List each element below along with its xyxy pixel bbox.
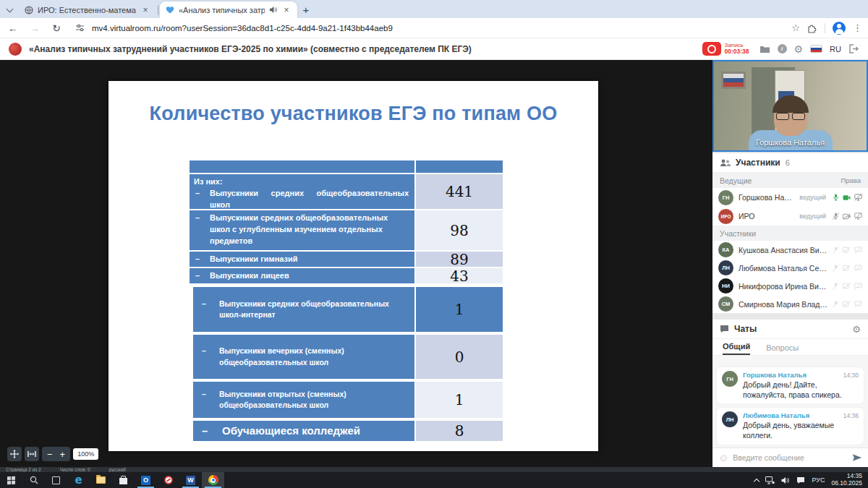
- mic-off-icon[interactable]: [833, 265, 839, 272]
- zoom-in-button[interactable]: +: [60, 449, 66, 460]
- extensions-icon[interactable]: [807, 23, 817, 33]
- taskbar: e O W РУС 14:35 06.10.2025: [0, 472, 868, 488]
- screen-share-off-icon[interactable]: [854, 301, 862, 308]
- background-flag: [721, 72, 746, 89]
- webinar-title: «Анализ типичных затруднений участников …: [29, 44, 695, 54]
- browser-menu-icon[interactable]: ⋮: [853, 22, 862, 33]
- table-row: –Обучающиеся колледжей 8: [193, 421, 503, 441]
- screen-share-off-icon[interactable]: [854, 247, 862, 254]
- rights-label[interactable]: Права: [841, 176, 861, 184]
- row-value: 1: [416, 287, 503, 332]
- record-icon: [702, 42, 721, 56]
- mic-on-icon[interactable]: [833, 194, 839, 201]
- exit-button[interactable]: [848, 44, 859, 53]
- chrome-icon: [208, 475, 218, 485]
- emoji-icon[interactable]: ☺: [718, 452, 728, 463]
- screen-share-off-icon[interactable]: [854, 213, 862, 220]
- close-icon[interactable]: ×: [140, 5, 150, 15]
- main-area: Количество участников ЕГЭ по типам ОО Из…: [0, 60, 868, 467]
- task-view-icon: [52, 476, 60, 484]
- info-icon: i: [778, 44, 787, 53]
- russian-flag-icon[interactable]: [810, 45, 822, 53]
- zoom-out-button[interactable]: −: [47, 449, 53, 460]
- camera-on-icon[interactable]: [843, 194, 851, 201]
- new-tab-button[interactable]: +: [297, 1, 315, 18]
- pan-button[interactable]: [7, 447, 22, 461]
- back-button[interactable]: ←: [6, 22, 20, 34]
- chat-tab-questions[interactable]: Вопросы: [766, 343, 799, 355]
- message-input[interactable]: [733, 453, 848, 462]
- participants-count: 6: [786, 158, 790, 167]
- camera-off-icon[interactable]: [843, 213, 851, 220]
- reload-button[interactable]: ↻: [49, 22, 64, 34]
- participant-row[interactable]: КА Кушкова Анастасия Викторовна: [712, 241, 868, 259]
- close-icon[interactable]: ×: [281, 5, 292, 15]
- tab-search-button[interactable]: [0, 2, 19, 18]
- participant-row[interactable]: СМ Смирнова Мария Владимировна: [712, 295, 868, 313]
- mic-off-icon[interactable]: [833, 283, 839, 290]
- participant-row[interactable]: НИ Никифорова Ирина Викторовна: [712, 277, 868, 295]
- taskbar-search-button[interactable]: [22, 472, 45, 488]
- screen-share-off-icon[interactable]: [854, 283, 862, 290]
- files-button[interactable]: [760, 45, 770, 53]
- browser-tab-webinar[interactable]: «Анализ типичных затрудн ×: [160, 1, 297, 18]
- tray-language[interactable]: РУС: [812, 476, 825, 484]
- participant-name: Кушкова Анастасия Викторовна: [739, 246, 827, 254]
- tray-clock[interactable]: 14:35 06.10.2025: [831, 473, 862, 487]
- zoom-level[interactable]: 100%: [73, 448, 98, 460]
- language-label[interactable]: RU: [830, 45, 841, 53]
- chat-messages: ГН Горшкова Наталья14:30 Добрый день! Да…: [712, 356, 868, 448]
- heart-favicon-icon: [166, 6, 174, 14]
- start-button[interactable]: [0, 472, 22, 488]
- info-button[interactable]: i: [778, 44, 787, 53]
- site-info-button[interactable]: [75, 23, 85, 33]
- camera-off-icon[interactable]: [843, 265, 851, 271]
- settings-button[interactable]: ⚙: [794, 43, 804, 55]
- taskbar-explorer[interactable]: [90, 472, 112, 488]
- chat-message: ЛН Любимова Наталья14:36 Добрый день, ув…: [717, 408, 864, 444]
- row-label: Выпускники средних общеобразовательных ш…: [210, 213, 409, 247]
- task-view-button[interactable]: [45, 472, 67, 488]
- taskbar-store[interactable]: [112, 472, 135, 488]
- taskbar-app-red[interactable]: [157, 472, 179, 488]
- mic-off-icon[interactable]: [833, 247, 839, 254]
- mic-off-icon[interactable]: [833, 301, 839, 308]
- camera-off-icon[interactable]: [843, 247, 851, 253]
- forward-button[interactable]: →: [27, 22, 42, 34]
- chat-tab-general[interactable]: Общий: [723, 342, 750, 355]
- explorer-icon: [96, 476, 106, 484]
- network-icon[interactable]: [765, 476, 775, 484]
- taskbar-edge[interactable]: e: [67, 472, 90, 488]
- url-field[interactable]: mv4.virtualroom.ru/room?userSession=36da…: [92, 24, 784, 33]
- screen-share-off-icon[interactable]: [854, 194, 862, 201]
- record-indicator[interactable]: Запись 00:03:38: [702, 42, 749, 56]
- move-icon: [10, 450, 19, 458]
- row-label: Выпускники вечерних (сменных) общеобразо…: [219, 346, 409, 367]
- fit-width-button[interactable]: [25, 447, 39, 461]
- participant-row[interactable]: ЛН Любимова Наталья Сергеевна: [712, 259, 868, 277]
- presentation-slide: Количество участников ЕГЭ по типам ОО Из…: [109, 81, 598, 451]
- taskbar-chrome[interactable]: [202, 472, 224, 488]
- row-value: 89: [416, 252, 503, 267]
- bookmark-star-icon[interactable]: ☆: [791, 22, 800, 33]
- avatar: ГН: [718, 190, 733, 205]
- tab-audio-icon[interactable]: [269, 6, 277, 14]
- camera-off-icon[interactable]: [843, 301, 851, 307]
- moderator-row[interactable]: ГН Горшкова Наталья Нико... ведущий: [712, 188, 868, 207]
- speaker-video-tile[interactable]: Горшкова Наталья: [712, 60, 868, 152]
- screen-share-off-icon[interactable]: [854, 265, 862, 272]
- volume-icon[interactable]: [781, 476, 790, 484]
- send-icon[interactable]: [852, 453, 862, 462]
- participants-title: Участники: [736, 158, 780, 168]
- browser-tab-iro[interactable]: ИРО: Естественно-математичес ×: [19, 1, 156, 18]
- profile-avatar[interactable]: [833, 22, 846, 35]
- avatar: ГН: [722, 371, 738, 387]
- camera-off-icon[interactable]: [843, 283, 851, 289]
- chat-settings-icon[interactable]: ⚙: [852, 324, 861, 335]
- moderator-row[interactable]: ИРО ИРО ведущий: [712, 207, 868, 226]
- taskbar-outlook[interactable]: O: [135, 472, 157, 488]
- mic-off-icon[interactable]: [833, 213, 839, 220]
- taskbar-word[interactable]: W: [179, 472, 202, 488]
- notification-icon[interactable]: [796, 476, 805, 484]
- tray-expand-icon[interactable]: [754, 478, 760, 484]
